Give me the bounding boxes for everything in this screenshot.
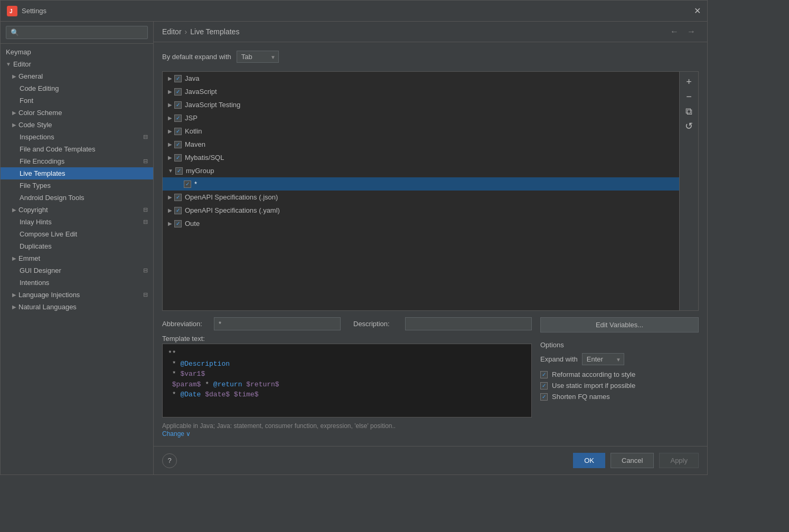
openapi-yaml-checkbox[interactable] [174, 207, 182, 214]
javascript-checkbox[interactable] [174, 88, 182, 96]
sidebar-item-file-types[interactable]: File Types [1, 179, 153, 192]
kotlin-arrow: ▶ [168, 128, 172, 134]
template-group-mybatis[interactable]: ▶ Mybatis/SQL [163, 151, 679, 164]
template-group-kotlin[interactable]: ▶ Kotlin [163, 125, 679, 138]
sidebar-item-android-design-tools[interactable]: Android Design Tools [1, 192, 153, 204]
description-input[interactable] [405, 317, 532, 330]
template-group-openapi-yaml[interactable]: ▶ OpenAPI Specifications (.yaml) [163, 204, 679, 217]
sidebar-item-inspections[interactable]: Inspections ⊟ [1, 131, 153, 143]
sidebar-item-file-encodings[interactable]: File Encodings ⊟ [1, 155, 153, 167]
shorten-fq-checkbox[interactable] [540, 393, 548, 401]
template-group-javascript-testing[interactable]: ▶ JavaScript Testing [163, 98, 679, 111]
mygroup-arrow: ▼ [168, 168, 173, 174]
sidebar-item-gui-designer[interactable]: GUI Designer ⊟ [1, 264, 153, 277]
template-text-label: Template text: [162, 335, 532, 343]
nav-back-button[interactable]: ← [667, 26, 682, 37]
sidebar-item-color-scheme[interactable]: ▶ Color Scheme [1, 107, 153, 119]
template-tree: ▶ Java ▶ JavaScript ▶ [163, 72, 679, 310]
static-import-option-row: Use static import if possible [540, 382, 699, 390]
sidebar-item-code-style[interactable]: ▶ Code Style [1, 119, 153, 131]
nav-forward-button[interactable]: → [684, 26, 699, 37]
template-group-java[interactable]: ▶ Java [163, 72, 679, 85]
template-code-editor[interactable]: ** * @Description * $var1$ $param$ * @re… [162, 344, 532, 417]
template-item-star[interactable]: * [163, 177, 679, 191]
add-template-button[interactable]: + [683, 76, 695, 88]
close-button[interactable]: ✕ [694, 6, 701, 16]
jsp-checkbox[interactable] [174, 115, 182, 122]
abbreviation-row: Abbreviation: Description: [162, 317, 532, 330]
inspections-badge: ⊟ [143, 134, 148, 140]
bottom-editor: Abbreviation: Description: Template text… [162, 317, 699, 438]
abbreviation-input[interactable] [214, 317, 341, 330]
svg-text:J: J [10, 8, 13, 14]
javascript-arrow: ▶ [168, 89, 172, 94]
reformat-checkbox[interactable] [540, 371, 548, 378]
search-box [1, 22, 153, 44]
title-bar: J Settings ✕ [1, 1, 707, 22]
main-content: Editor › Live Templates ← → By default e… [154, 22, 707, 474]
restore-template-button[interactable]: ↺ [683, 120, 695, 132]
sidebar-item-general[interactable]: ▶ General [1, 70, 153, 82]
sidebar-item-font[interactable]: Font [1, 94, 153, 107]
sidebar-item-emmet[interactable]: ▶ Emmet [1, 252, 153, 264]
change-link[interactable]: Change ∨ [162, 430, 191, 438]
template-group-mygroup[interactable]: ▼ myGroup [163, 164, 679, 177]
help-button[interactable]: ? [162, 453, 177, 468]
reformat-option-row: Reformat according to style [540, 370, 699, 378]
ok-button[interactable]: OK [573, 453, 605, 468]
mybatis-checkbox[interactable] [174, 154, 182, 162]
remove-template-button[interactable]: − [683, 91, 695, 102]
star-checkbox[interactable] [184, 180, 191, 188]
kotlin-label: Kotlin [185, 127, 202, 135]
maven-checkbox[interactable] [174, 141, 182, 148]
sidebar-item-natural-languages[interactable]: ▶ Natural Languages [1, 301, 153, 313]
mybatis-label: Mybatis/SQL [185, 154, 224, 162]
sidebar-item-code-editing[interactable]: Code Editing [1, 82, 153, 94]
mygroup-label: myGroup [186, 167, 214, 175]
template-group-javascript[interactable]: ▶ JavaScript [163, 85, 679, 98]
sidebar-item-live-templates[interactable]: Live Templates [1, 167, 153, 179]
expand-dropdown[interactable]: Tab Enter Space [237, 51, 279, 63]
template-group-oute[interactable]: ▶ Oute [163, 217, 679, 230]
code-line-3: * $var1$ [168, 369, 526, 379]
kotlin-checkbox[interactable] [174, 128, 182, 135]
editor-arrow: ▼ [6, 61, 11, 67]
expand-options-row: By default expand with Tab Enter Space ▼ [162, 51, 699, 63]
content-area: By default expand with Tab Enter Space ▼ [154, 42, 707, 446]
template-group-jsp[interactable]: ▶ JSP [163, 111, 679, 125]
openapi-yaml-arrow: ▶ [168, 207, 172, 213]
sidebar-item-file-code-templates[interactable]: File and Code Templates [1, 143, 153, 155]
sidebar-item-keymap[interactable]: Keymap [1, 46, 153, 58]
copyright-arrow: ▶ [12, 207, 16, 213]
template-group-maven[interactable]: ▶ Maven [163, 138, 679, 151]
sidebar-item-compose-live-edit[interactable]: Compose Live Edit [1, 228, 153, 240]
js-testing-checkbox[interactable] [174, 101, 182, 109]
sidebar-item-copyright[interactable]: ▶ Copyright ⊟ [1, 204, 153, 216]
copy-template-button[interactable]: ⧉ [683, 106, 695, 117]
js-testing-arrow: ▶ [168, 102, 172, 108]
apply-button[interactable]: Apply [659, 453, 699, 468]
sidebar-item-inlay-hints[interactable]: Inlay Hints ⊟ [1, 216, 153, 228]
sidebar-item-intentions[interactable]: Intentions [1, 277, 153, 289]
mygroup-checkbox[interactable] [175, 167, 183, 175]
static-import-checkbox[interactable] [540, 382, 548, 390]
code-line-5: * @Date $date$ $time$ [168, 390, 526, 400]
breadcrumb-current: Live Templates [190, 27, 239, 36]
openapi-json-label: OpenAPI Specifications (.json) [185, 193, 278, 201]
shorten-fq-option-row: Shorten FQ names [540, 393, 699, 401]
applicable-text: Applicable in Java; Java: statement, con… [162, 422, 396, 430]
maven-arrow: ▶ [168, 141, 172, 147]
cancel-button[interactable]: Cancel [610, 453, 654, 468]
search-input[interactable] [6, 26, 148, 39]
openapi-json-checkbox[interactable] [174, 194, 182, 201]
template-group-openapi-json[interactable]: ▶ OpenAPI Specifications (.json) [163, 191, 679, 204]
sidebar-item-language-injections[interactable]: ▶ Language Injections ⊟ [1, 289, 153, 301]
dialog-footer: ? OK Cancel Apply [154, 446, 707, 474]
java-checkbox[interactable] [174, 75, 182, 82]
edit-variables-button[interactable]: Edit Variables... [540, 317, 699, 332]
oute-checkbox[interactable] [174, 220, 182, 227]
breadcrumb-parent: Editor [162, 27, 182, 36]
sidebar-item-editor[interactable]: ▼ Editor [1, 58, 153, 70]
expand-with-dropdown[interactable]: Enter Tab Space [582, 353, 624, 365]
sidebar-item-duplicates[interactable]: Duplicates [1, 240, 153, 252]
